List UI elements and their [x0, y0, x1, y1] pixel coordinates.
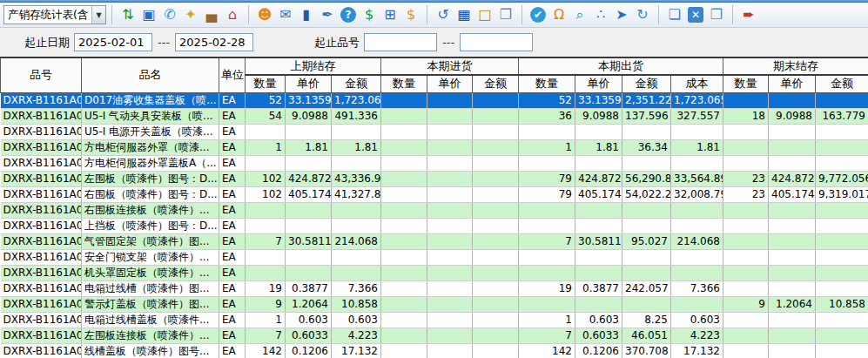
- table-row[interactable]: DXRX-B1161A0...U5-I 气动夹具安装板（喷...EA549.09…: [1, 108, 868, 124]
- table-row[interactable]: DXRX-B1161A0...右围板（喷漆件）图号：D...EA102405.1…: [1, 186, 868, 202]
- purchase-qty-cell: [381, 233, 427, 249]
- out-qty-cell: [519, 202, 575, 218]
- toolbar-separator: [732, 5, 733, 24]
- out-cost-cell: [671, 249, 723, 265]
- box-icon[interactable]: □: [475, 5, 495, 24]
- out-cost-cell: [671, 124, 723, 139]
- phone-icon[interactable]: ✆: [160, 5, 179, 24]
- out-qty-cell: [519, 124, 575, 139]
- refresh-icon[interactable]: ↻: [633, 5, 652, 24]
- date-to-input[interactable]: [175, 33, 253, 51]
- table-row[interactable]: DXRX-B1161A0...方电柜伺服器外罩盖板A（...EA: [1, 155, 868, 171]
- end-price-cell: [769, 312, 816, 328]
- out-price-cell: [575, 124, 622, 139]
- date-range-separator: ---: [158, 36, 170, 49]
- purchase-price-cell: [427, 171, 473, 186]
- sitemap-icon[interactable]: ∴: [591, 5, 610, 24]
- window-icon[interactable]: ❏: [665, 5, 684, 24]
- item-name-cell: 左围板（喷漆件）图号：D...: [82, 171, 219, 186]
- purchase-amount-cell: [473, 296, 519, 312]
- table-row[interactable]: DXRX-B1161A0...警示灯盖板（喷漆件）图...EA91.206410…: [1, 296, 868, 312]
- out-price-cell: 0.603: [575, 312, 622, 328]
- table-row[interactable]: DXRX-B1161A0...电箱过线槽（喷漆件）图...EA190.38777…: [1, 280, 868, 296]
- pen-icon[interactable]: ✒: [318, 5, 337, 24]
- help-icon[interactable]: ?: [340, 7, 356, 23]
- table-row[interactable]: DXRX-B1161A0...气管固定架（喷漆件）图...EA730.58112…: [1, 233, 868, 249]
- bell-icon[interactable]: Ω: [549, 5, 569, 24]
- unit-cell: EA: [219, 186, 246, 202]
- end-price-cell: [769, 328, 816, 343]
- unit-cell: EA: [219, 249, 246, 265]
- item-name-cell: 右围板（喷漆件）图号：D...: [82, 186, 219, 202]
- out-cost-cell: 1,723.065: [671, 92, 723, 108]
- out-cost-cell: 327.557: [671, 108, 723, 124]
- dollar-icon[interactable]: $: [360, 5, 379, 24]
- filter-bar: 起止日期 --- 起止品号 ---: [0, 28, 868, 57]
- check-icon[interactable]: ✔: [530, 7, 546, 23]
- table-row[interactable]: DXRX-B1161A0...D017油雾收集器盖板（喷...EA5233.13…: [1, 92, 868, 108]
- item-no-cell: DXRX-B1161A0...: [1, 202, 82, 218]
- table-row[interactable]: DXRX-B1161A0...左围板（喷漆件）图号：D...EA102424.8…: [1, 171, 868, 186]
- purchase-amount-cell: [473, 186, 519, 202]
- end-qty-cell: [723, 139, 769, 155]
- table-row[interactable]: DXRX-B1161A0...上挡板（喷漆件）图号：D...EA: [1, 218, 868, 233]
- table-header: 品号 品名 单位 上期结存 本期进货 本期出货 期末结存 数量 单价 金额 数量…: [1, 57, 868, 92]
- calculator-icon[interactable]: ▦: [454, 5, 474, 24]
- prev-price-cell: 424.872: [286, 171, 332, 186]
- out-price-cell: [575, 249, 622, 265]
- out-qty-cell: 1: [519, 312, 575, 328]
- prev-qty-cell: 142: [246, 343, 286, 358]
- toolbar-separator: [427, 5, 427, 24]
- out-qty-cell: [519, 296, 575, 312]
- end-price-cell: [769, 249, 816, 265]
- table-row[interactable]: DXRX-B1161A0...电箱过线槽盖板（喷漆件...EA10.6030.6…: [1, 312, 868, 328]
- table-row[interactable]: DXRX-B1161A0...右围板连接板（喷漆件）...EA: [1, 202, 868, 218]
- mail-icon[interactable]: ✉: [276, 5, 295, 24]
- prev-amount-cell: 491.336: [332, 108, 381, 124]
- notebook-icon[interactable]: ▮: [297, 5, 316, 24]
- unit-cell: EA: [219, 296, 246, 312]
- chevron-down-icon[interactable]: ▼: [91, 6, 105, 24]
- table-row[interactable]: DXRX-B1161A0...安全门锁支架（喷漆件）...EA: [1, 249, 868, 265]
- purchase-qty-cell: [381, 92, 427, 108]
- monitor-cursor-icon[interactable]: ➤: [612, 5, 631, 24]
- exit-icon[interactable]: ➨: [739, 5, 758, 24]
- out-amount-cell: 56,290.855: [622, 171, 671, 186]
- purchase-amount-cell: [473, 249, 519, 265]
- report-selector[interactable]: 产销存统计表(含 ▼: [3, 5, 106, 24]
- cascade-icon[interactable]: ❒: [707, 5, 726, 24]
- date-from-input[interactable]: [74, 33, 152, 51]
- prev-price-cell: 405.1746: [286, 186, 332, 202]
- item-to-input[interactable]: [460, 33, 533, 51]
- lock-icon[interactable]: ✦: [181, 5, 200, 24]
- monitor-icon[interactable]: ▣: [139, 5, 158, 24]
- person-dollar-icon[interactable]: $: [401, 5, 421, 24]
- end-amount-cell: [816, 155, 868, 171]
- table-row[interactable]: DXRX-B1161A0...左围板连接板（喷漆件）...EA70.60334.…: [1, 328, 868, 343]
- purchase-amount-cell: [473, 343, 519, 358]
- item-from-input[interactable]: [364, 33, 437, 51]
- out-price-cell: [575, 218, 622, 233]
- prev-qty-cell: 102: [246, 171, 286, 186]
- toolbar-separator: [111, 5, 112, 24]
- doc-refresh-icon[interactable]: ↺: [434, 5, 453, 24]
- out-cost-cell: 214.068: [671, 233, 723, 249]
- purchase-price-cell: [427, 155, 473, 171]
- table-row[interactable]: DXRX-B1161A0...线槽盖板（喷漆件）图号...EA1420.1206…: [1, 343, 868, 358]
- doc-search-icon[interactable]: ⌕: [570, 5, 589, 24]
- prev-amount-cell: 43,336.946: [332, 171, 381, 186]
- close-icon[interactable]: ✕: [688, 7, 703, 23]
- briefcase-icon[interactable]: ▄: [202, 5, 221, 24]
- copy-icon[interactable]: ❐: [496, 5, 515, 24]
- table-row[interactable]: DXRX-B1161A0...机头罩固定板（喷漆件）...EA: [1, 265, 868, 280]
- table-row[interactable]: DXRX-B1161A0...U5-I 电源开关盖板（喷漆...EA: [1, 124, 868, 139]
- purchase-price-cell: [427, 233, 473, 249]
- home-icon[interactable]: ⌂: [223, 5, 242, 24]
- cart-icon[interactable]: ⊞: [380, 5, 400, 24]
- table-row[interactable]: DXRX-B1161A0...方电柜伺服器外罩（喷漆...EA11.811.81…: [1, 139, 868, 155]
- out-amount-cell: [622, 249, 671, 265]
- prev-qty-cell: 7: [246, 233, 286, 249]
- transfer-icon[interactable]: ⇅: [118, 5, 138, 24]
- sub-header-prev-qty: 数量: [246, 75, 286, 92]
- users-icon[interactable]: ☻: [255, 5, 274, 24]
